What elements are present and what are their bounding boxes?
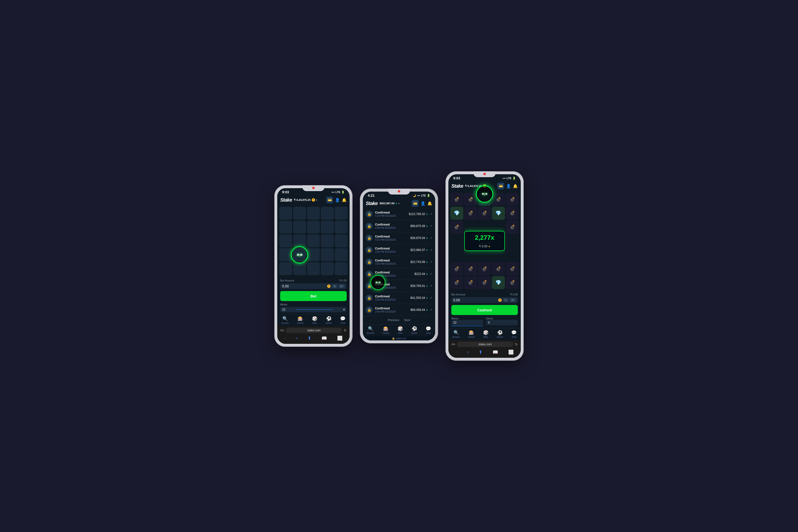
- share-btn[interactable]: ⬆: [308, 336, 311, 341]
- r-cell-4-0[interactable]: 💣: [450, 276, 463, 289]
- right-bookmarks-btn[interactable]: 📖: [493, 349, 498, 355]
- reload-icon[interactable]: ↻: [344, 328, 347, 332]
- nav-chat[interactable]: 💬 Chat: [340, 316, 346, 324]
- double-btn[interactable]: 2×: [339, 284, 345, 288]
- wallet-btn[interactable]: 💳: [326, 196, 333, 203]
- right-share-btn[interactable]: ⬆: [479, 349, 482, 355]
- grid-cell-3-3[interactable]: [321, 248, 334, 261]
- r-cell-0-3[interactable]: 💣: [492, 193, 505, 206]
- right-url-bar[interactable]: stake.com: [457, 342, 513, 347]
- middle-bell-icon[interactable]: 🔔: [427, 201, 432, 206]
- mines-select[interactable]: 22 ▾: [280, 307, 347, 312]
- right-user-icon[interactable]: 👤: [506, 184, 511, 188]
- balance-area[interactable]: ₹ 6,44,876.25 ₹ ▾: [294, 198, 324, 202]
- r-cell-1-3[interactable]: 💎: [492, 207, 505, 220]
- grid-cell-0-0[interactable]: [279, 207, 292, 220]
- right-nav-chat[interactable]: 💬 Chat: [511, 330, 517, 338]
- middle-nav-chat[interactable]: 💬 Chat: [426, 326, 431, 334]
- tx-link-6[interactable]: ↗: [430, 284, 432, 288]
- prev-btn[interactable]: Previous: [388, 318, 399, 322]
- grid-cell-3-4[interactable]: [335, 248, 348, 261]
- middle-wallet-btn[interactable]: 💳: [412, 200, 419, 207]
- next-btn[interactable]: Next: [404, 318, 410, 322]
- r-cell-3-1[interactable]: 💣: [464, 262, 477, 275]
- grid-cell-0-4[interactable]: [335, 207, 348, 220]
- grid-cell-0-3[interactable]: [321, 207, 334, 220]
- tx-link-4[interactable]: ↗: [430, 260, 432, 264]
- right-forward-btn[interactable]: ›: [467, 349, 469, 355]
- r-cell-4-3[interactable]: 💎: [492, 276, 505, 289]
- middle-nav-sports[interactable]: ⚽ Sports: [411, 326, 417, 334]
- tx-link-1[interactable]: ↗: [430, 224, 432, 228]
- r-cell-2-4[interactable]: 💣: [506, 221, 519, 234]
- grid-cell-1-3[interactable]: [321, 221, 334, 234]
- tx-link-3[interactable]: ↗: [430, 248, 432, 252]
- tx-link-7[interactable]: ↗: [430, 296, 432, 300]
- right-tabs-btn[interactable]: ⬜: [508, 349, 514, 355]
- grid-cell-0-1[interactable]: [293, 207, 306, 220]
- r-cell-1-0[interactable]: 💎: [450, 207, 463, 220]
- grid-cell-1-2[interactable]: [307, 221, 320, 234]
- right-nav-sports[interactable]: ⚽ Sports: [497, 330, 503, 338]
- half-btn[interactable]: ½: [332, 284, 337, 288]
- r-cell-1-4[interactable]: 💣: [506, 207, 519, 220]
- right-double-btn[interactable]: 2×: [510, 298, 516, 302]
- grid-cell-1-1[interactable]: [293, 221, 306, 234]
- r-cell-4-1[interactable]: 💣: [464, 276, 477, 289]
- grid-cell-4-3[interactable]: [321, 262, 334, 275]
- bookmarks-btn[interactable]: 📖: [321, 336, 327, 341]
- r-cell-3-4[interactable]: 💣: [506, 262, 519, 275]
- right-nav-browse[interactable]: 🔍 Browse: [452, 330, 460, 338]
- r-cell-4-2[interactable]: 💣: [478, 276, 491, 289]
- right-half-btn[interactable]: ½: [503, 298, 508, 302]
- r-cell-2-1[interactable]: 2,277x ────────── ₹ 0.00 ●: [464, 221, 505, 261]
- r-cell-0-0[interactable]: 💣: [450, 193, 463, 206]
- nav-sports[interactable]: ⚽ Sports: [326, 316, 332, 324]
- tx-link-5[interactable]: ↗: [430, 272, 432, 276]
- r-cell-0-2[interactable]: ❊|❊: [478, 193, 491, 206]
- r-cell-3-2[interactable]: 💣: [478, 262, 491, 275]
- right-nav-casino[interactable]: 🎰 Casino: [468, 330, 475, 338]
- grid-cell-2-3[interactable]: [321, 234, 334, 248]
- r-cell-2-0[interactable]: 💣: [450, 221, 463, 234]
- grid-cell-0-2[interactable]: [307, 207, 320, 220]
- grid-cell-1-4[interactable]: [335, 221, 348, 234]
- user-icon[interactable]: 👤: [335, 198, 340, 202]
- aa-btn[interactable]: AA: [280, 329, 284, 332]
- bet-button[interactable]: Bet: [280, 291, 347, 301]
- right-wallet-btn[interactable]: 💳: [497, 183, 504, 189]
- nav-casino[interactable]: 🎰 Casino: [297, 316, 304, 324]
- r-cell-1-2[interactable]: 💣: [478, 207, 491, 220]
- r-cell-1-1[interactable]: 💣: [464, 207, 477, 220]
- bell-icon[interactable]: 🔔: [342, 198, 347, 202]
- nav-bets[interactable]: 🎲 Bets: [312, 316, 317, 324]
- middle-balance-area[interactable]: $563,987.00 ● ▾: [379, 202, 410, 205]
- right-bet-input-row[interactable]: 0.00 ₹ ½ 2×: [451, 297, 518, 303]
- right-nav-bets[interactable]: 🎲 Bets: [483, 330, 488, 338]
- tx-link-2[interactable]: ↗: [430, 236, 432, 240]
- right-bell-icon[interactable]: 🔔: [513, 184, 518, 188]
- middle-nav-bets[interactable]: 🎲 Bets: [397, 326, 403, 334]
- middle-nav-browse[interactable]: 🔍 Browse: [367, 326, 374, 334]
- r-cell-3-3[interactable]: 💣: [492, 262, 505, 275]
- grid-cell-3-1[interactable]: ❊|❊: [293, 248, 306, 261]
- grid-cell-4-4[interactable]: [335, 262, 348, 275]
- grid-cell-2-4[interactable]: [335, 234, 348, 248]
- right-aa-btn[interactable]: AA: [451, 343, 455, 346]
- cashout-button[interactable]: Cashout: [451, 305, 518, 315]
- right-reload-icon[interactable]: ↻: [515, 342, 518, 346]
- nav-browse[interactable]: 🔍 Browse: [281, 316, 289, 324]
- grid-cell-1-0[interactable]: [279, 221, 292, 234]
- r-cell-3-0[interactable]: 💣: [450, 262, 463, 275]
- r-cell-0-1[interactable]: 💣: [464, 193, 477, 206]
- url-bar[interactable]: stake.com: [286, 328, 342, 333]
- tabs-btn[interactable]: ⬜: [337, 336, 342, 341]
- forward-btn[interactable]: ›: [296, 336, 298, 341]
- r-cell-0-4[interactable]: 💣: [506, 193, 519, 206]
- bet-input-row[interactable]: 0.00 ₹ ½ 2×: [280, 283, 347, 289]
- tx-link-0[interactable]: ↗: [430, 212, 432, 216]
- middle-user-icon[interactable]: 👤: [421, 201, 425, 206]
- r-cell-4-4[interactable]: 💣: [506, 276, 519, 289]
- middle-nav-casino[interactable]: 🎰 Casino: [383, 326, 389, 334]
- tx-link-8[interactable]: ↗: [430, 308, 432, 311]
